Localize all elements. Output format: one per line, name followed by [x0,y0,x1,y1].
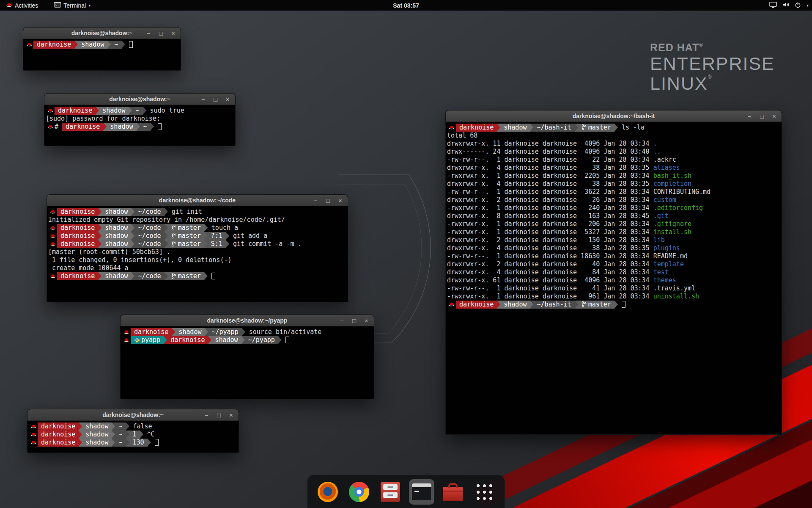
terminal-line: -rw-rw-r--. 1 darknoise darknoise 3622 J… [447,188,780,196]
close-button[interactable]: × [170,30,176,36]
files-launcher[interactable] [378,479,403,505]
powerline-separator [131,224,134,232]
window-titlebar[interactable]: darknoise@shadow:~−□× [44,94,235,105]
minimize-button[interactable]: − [313,197,319,204]
powerline-separator [79,431,82,439]
powerline-separator [151,123,154,131]
powerline-separator-triangle [165,240,168,248]
prompt-segment-path: ~/bash-it [533,301,574,309]
terminal-launcher[interactable] [409,479,434,505]
prompt-segment-git: master [168,240,204,248]
command-text: git commit -a -m . [233,240,302,248]
firefox-launcher[interactable] [315,479,340,505]
output-text: test [653,268,669,276]
window-titlebar[interactable]: darknoise@shadow:~/pyapp−□× [121,315,374,326]
git-branch-icon [171,240,176,247]
output-text: drwxrwxr-x. 2 darknoise darknoise 40 Jan… [447,260,653,268]
redhat-icon [6,2,12,9]
output-text: create mode 100644 a [48,264,129,272]
minimize-button[interactable]: − [746,113,753,119]
close-button[interactable]: × [225,96,231,102]
git-branch-icon [171,273,176,279]
powerline-separator [497,124,500,132]
window-titlebar[interactable]: darknoise@shadow:~/code−□× [47,195,348,206]
output-text: .. [653,148,661,155]
prompt-segment-user: darknoise [57,232,98,240]
powerline-separator [126,422,129,431]
minimize-button[interactable]: − [200,96,206,102]
powerline-separator-triangle [98,232,102,240]
powerline-separator [79,439,82,447]
powerline-separator-triangle [96,107,99,114]
close-button[interactable]: × [363,318,370,324]
terminal-content[interactable]: darknoiseshadow~/codegit initInitialized… [47,206,348,282]
terminal-cursor [158,123,162,130]
window-titlebar[interactable]: darknoise@shadow:~−□× [23,28,181,39]
command-text: git add a [233,232,267,240]
powerline-separator-triangle [278,336,282,344]
top-bar-left: Activities Terminal ▾ [3,0,93,11]
output-text: .editorconfig [653,204,703,212]
powerline-separator-triangle [131,240,134,248]
git-branch-icon [171,232,176,239]
powerline-separator-triangle [204,232,208,240]
prompt-segment-host: shadow [102,272,131,280]
window-titlebar[interactable]: darknoise@shadow:~/bash-it−□× [446,110,782,122]
command-text: touch a [211,224,238,232]
prompt-segment-git: master [168,224,204,232]
powerline-separator [172,328,175,336]
powerline-separator-triangle [226,240,229,248]
output-text: drwxrwxr-x. 4 darknoise darknoise 84 Jan… [447,268,653,276]
window-controls: −□× [200,94,231,105]
redhat-prompt-glyph [50,273,56,279]
redhat-prompt-icon [48,232,57,240]
minimize-button[interactable]: − [203,412,210,418]
minimize-button[interactable]: − [145,30,152,36]
redhat-prompt-icon [122,336,131,344]
output-text: drwxrwxr-x. 2 darknoise darknoise 150 Ja… [447,236,653,244]
powerline-separator-triangle [98,272,102,280]
power-icon [795,2,801,9]
powerline-separator [241,336,245,344]
close-button[interactable]: × [771,113,777,119]
maximize-button[interactable]: □ [216,412,222,418]
volume-icon [782,2,789,9]
maximize-button[interactable]: □ [158,30,164,36]
powerline-separator [98,232,102,240]
terminal-content[interactable]: darknoiseshadow~falsedarknoiseshadow~1^C… [27,421,239,448]
minimize-button[interactable]: − [339,318,345,324]
show-applications-launcher[interactable] [472,479,497,505]
prompt-segment-path: ~ [132,107,143,115]
powerline-separator [204,224,208,232]
terminal-line: darknoiseshadow~/codemastertouch a [48,224,346,232]
app-menu-terminal[interactable]: Terminal ▾ [52,0,93,11]
window-title: darknoise@shadow:~ [102,411,164,418]
activities-button[interactable]: Activities [3,0,41,11]
maximize-button[interactable]: □ [212,96,219,102]
powerline-separator [497,301,500,309]
maximize-button[interactable]: □ [759,113,765,119]
prompt-segment-user: darknoise [55,107,96,115]
terminal-line: drwxrwxr-x. 4 darknoise darknoise 38 Jan… [447,180,780,188]
close-button[interactable]: × [228,412,234,418]
chrome-launcher[interactable] [346,479,372,505]
system-status-area[interactable]: ▾ [769,0,809,11]
terminal-content[interactable]: darknoiseshadow~/bash-itmasterls -latota… [446,122,782,310]
terminal-content[interactable]: darknoiseshadow~/pyappsource bin/activat… [121,326,374,346]
clock[interactable]: Sat 03:57 [393,2,419,9]
terminal-line: darknoiseshadow~/bash-itmasterls -la [447,124,780,132]
terminal-content[interactable]: darknoiseshadow~sudo true[sudo] password… [44,105,235,133]
brand-red-hat: RED HAT® [650,42,775,53]
software-toolbox-launcher[interactable] [440,479,466,505]
maximize-button[interactable]: □ [351,318,357,324]
window-titlebar[interactable]: darknoise@shadow:~−□× [27,409,239,421]
powerline-separator [98,272,102,280]
window-title: darknoise@shadow:~/pyapp [207,317,288,324]
close-button[interactable]: × [337,197,343,204]
display-icon [769,2,777,9]
maximize-button[interactable]: □ [325,197,331,204]
redhat-prompt-icon [29,422,38,431]
prompt-segment-user: darknoise [456,124,497,132]
redhat-prompt-icon [48,272,57,280]
terminal-content[interactable]: darknoiseshadow~ [23,39,181,50]
